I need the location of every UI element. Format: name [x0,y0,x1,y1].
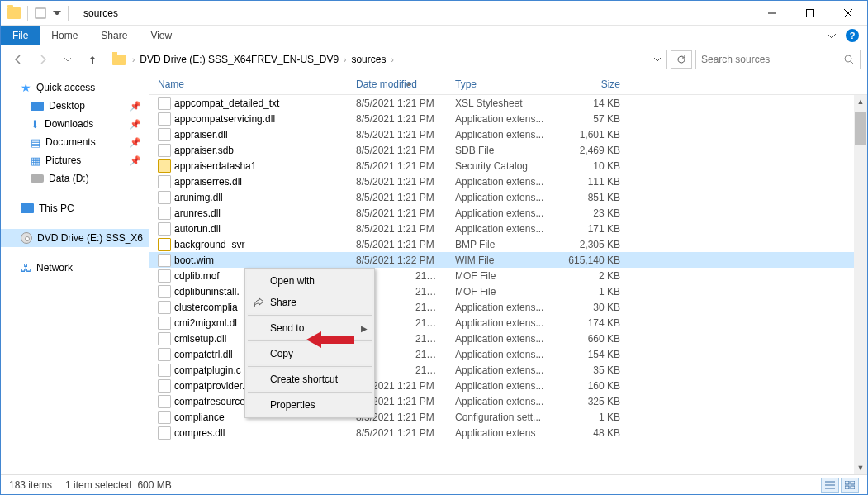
search-input[interactable]: Search sources [695,50,861,69]
file-row[interactable]: arunimg.dll8/5/2021 1:21 PMApplication e… [149,189,867,205]
file-size: 1 KB [554,412,628,423]
checkbox-icon[interactable] [35,7,46,19]
status-selected: 1 item selected 600 MB [65,479,172,491]
col-header-name[interactable]: Name▲ [149,79,348,90]
nav-quick-access[interactable]: ★Quick access [1,79,149,97]
breadcrumb-item[interactable]: DVD Drive (E:) SSS_X64FREV_EN-US_DV9 [138,54,340,65]
file-size: 111 KB [554,176,628,188]
svg-point-5 [845,55,851,62]
nav-label: Data (D:) [49,173,89,184]
nav-label: Pictures [45,155,81,166]
nav-label: Documents [45,136,96,148]
file-row[interactable]: appcompatservicing.dll8/5/2021 1:21 PMAp… [149,111,867,126]
file-icon [158,97,171,110]
file-size: 154 KB [554,349,628,360]
nav-desktop[interactable]: Desktop📌 [1,97,149,115]
file-date: 8/5/2021 1:21 PM [348,192,447,203]
nav-data-d[interactable]: Data (D:) [1,169,149,188]
chevron-down-icon[interactable] [650,52,665,67]
file-icon [158,159,171,173]
ctx-create-shortcut[interactable]: Create shortcut [247,369,372,390]
svg-line-6 [851,61,854,64]
file-row[interactable]: appraiser.sdb8/5/2021 1:21 PMSDB File2,4… [149,142,867,158]
file-type: Application extens... [447,129,554,140]
scroll-up-button[interactable]: ▲ [854,95,867,108]
nav-label: This PC [39,202,74,214]
file-type: Application extens... [447,302,554,313]
nav-label: Quick access [36,82,95,93]
file-row[interactable]: boot.wim8/5/2021 1:22 PMWIM File615,140 … [149,252,867,268]
file-size: 325 KB [554,396,628,407]
nav-dvd-drive[interactable]: DVD Drive (E:) SSS_X6 [1,229,149,247]
file-row[interactable]: appraiserdatasha18/5/2021 1:21 PMSecurit… [149,158,867,174]
help-button[interactable]: ? [846,29,859,42]
file-icon [158,317,171,330]
nav-pictures[interactable]: ▦Pictures📌 [1,151,149,169]
file-row[interactable]: compres.dll8/5/2021 1:21 PMApplication e… [149,425,867,440]
file-row[interactable]: background_svr8/5/2021 1:21 PMBMP File2,… [149,236,867,252]
file-name: compres.dll [174,427,225,439]
close-button[interactable] [829,1,867,26]
ctx-properties[interactable]: Properties [247,394,372,416]
back-button[interactable] [7,49,29,70]
quick-access-dropdown[interactable] [53,11,61,15]
chevron-right-icon[interactable]: › [340,55,349,64]
breadcrumb-item[interactable]: sources [349,54,387,65]
nav-documents[interactable]: ▤Documents📌 [1,133,149,151]
nav-this-pc[interactable]: This PC [1,199,149,217]
scroll-down-button[interactable]: ▼ [854,461,867,474]
minimize-button[interactable] [753,1,791,26]
file-row[interactable]: autorun.dll8/5/2021 1:21 PMApplication e… [149,221,867,236]
file-row[interactable]: appcompat_detailed_txt8/5/2021 1:21 PMXS… [149,95,867,111]
nav-downloads[interactable]: ⬇Downloads📌 [1,115,149,133]
col-header-type[interactable]: Type [447,79,554,90]
file-type: Application extens... [447,317,554,329]
file-row[interactable]: appraiser.dll8/5/2021 1:21 PMApplication… [149,126,867,142]
pin-icon: 📌 [130,155,141,166]
ctx-separator [248,315,372,316]
file-icon [158,128,171,141]
file-name: appraiser.dll [174,129,228,140]
chevron-right-icon[interactable]: › [129,55,138,64]
tab-view[interactable]: View [139,26,183,45]
scrollbar[interactable]: ▲ ▼ [854,95,867,474]
refresh-button[interactable] [671,50,692,69]
file-size: 57 KB [554,113,628,125]
tab-share[interactable]: Share [89,26,139,45]
breadcrumb[interactable]: › DVD Drive (E:) SSS_X64FREV_EN-US_DV9 ›… [107,50,667,69]
svg-rect-13 [851,486,855,489]
file-row[interactable]: appraiserres.dll8/5/2021 1:21 PMApplicat… [149,174,867,189]
file-type: BMP File [447,239,554,250]
col-header-size[interactable]: Size [554,79,628,90]
forward-button[interactable] [32,49,54,70]
svg-rect-11 [851,481,855,484]
view-details-button[interactable] [821,478,839,493]
col-header-date[interactable]: Date modified [348,79,447,90]
file-size: 30 KB [554,302,628,313]
file-name: boot.wim [174,255,214,266]
file-name: background_svr [174,239,244,250]
view-icons-button[interactable] [841,478,859,493]
file-name: compatctrl.dll [174,349,233,360]
file-type: MOF File [447,286,554,297]
maximize-button[interactable] [791,1,829,26]
ctx-copy[interactable]: Copy [247,343,372,364]
recent-dropdown[interactable] [57,49,78,70]
up-button[interactable] [82,49,103,70]
ctx-send-to[interactable]: Send to▶ [247,317,372,339]
file-size: 23 KB [554,207,628,219]
chevron-right-icon[interactable]: › [387,55,396,64]
file-type: XSL Stylesheet [447,98,554,109]
tab-file[interactable]: File [1,26,40,45]
scroll-thumb[interactable] [855,112,866,145]
nav-label: Network [36,262,73,274]
expand-ribbon-icon[interactable] [828,31,836,40]
nav-label: Desktop [49,100,85,112]
ctx-open-with[interactable]: Open with [247,270,372,292]
tab-home[interactable]: Home [40,26,89,45]
ctx-share[interactable]: Share [247,292,372,313]
network-icon: 🖧 [21,262,31,274]
file-row[interactable]: arunres.dll8/5/2021 1:21 PMApplication e… [149,205,867,221]
nav-network[interactable]: 🖧Network [1,259,149,277]
file-type: Application extens [447,427,554,439]
